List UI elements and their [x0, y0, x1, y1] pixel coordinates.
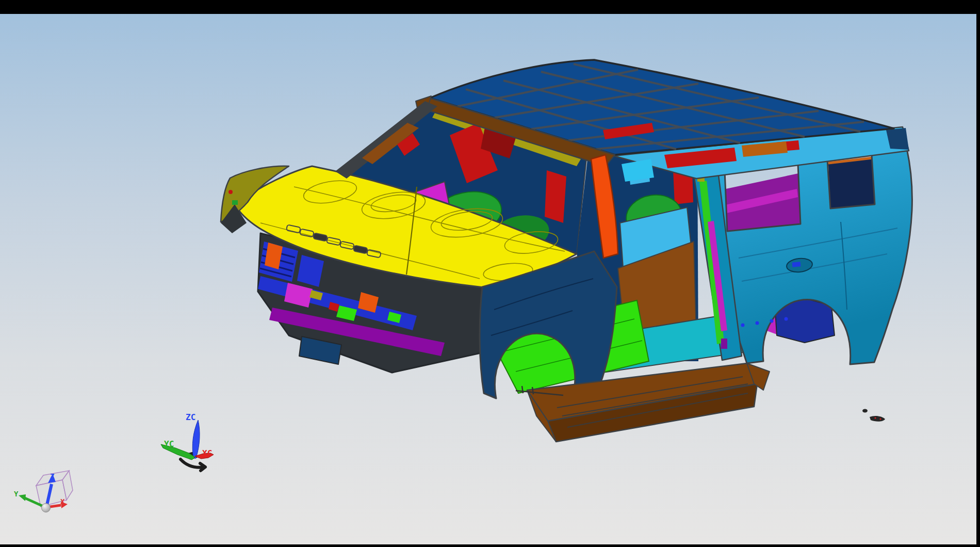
view-z-label: Z [50, 472, 54, 480]
right-letterbox-bar [976, 0, 980, 547]
b-pillar-purple-bit [721, 339, 727, 349]
top-letterbox-bar [0, 0, 980, 14]
bottom-letterbox-bar [0, 544, 980, 547]
cad-application-window: ZC YC XC Z Y X [0, 0, 980, 547]
debris-dot[interactable] [862, 409, 868, 413]
view-x-label: X [60, 497, 65, 506]
wcs-z-label: ZC [186, 412, 195, 422]
debris-red-dot-1 [874, 417, 876, 419]
wcs-y-label: YC [164, 439, 174, 449]
wcs-x-label: XC [202, 448, 212, 458]
pillar-inner-red-right[interactable] [545, 170, 566, 223]
view-origin-sphere[interactable] [42, 504, 51, 512]
cowl-red-dot [228, 190, 233, 194]
view-y-label: Y [14, 490, 19, 498]
graphics-viewport[interactable]: ZC YC XC Z Y X [0, 0, 980, 547]
cowl-green-bit [232, 200, 238, 205]
quarter-window-interior[interactable] [828, 158, 874, 211]
door-handle-latch [792, 262, 801, 267]
debris-red-dot-2 [879, 418, 881, 420]
